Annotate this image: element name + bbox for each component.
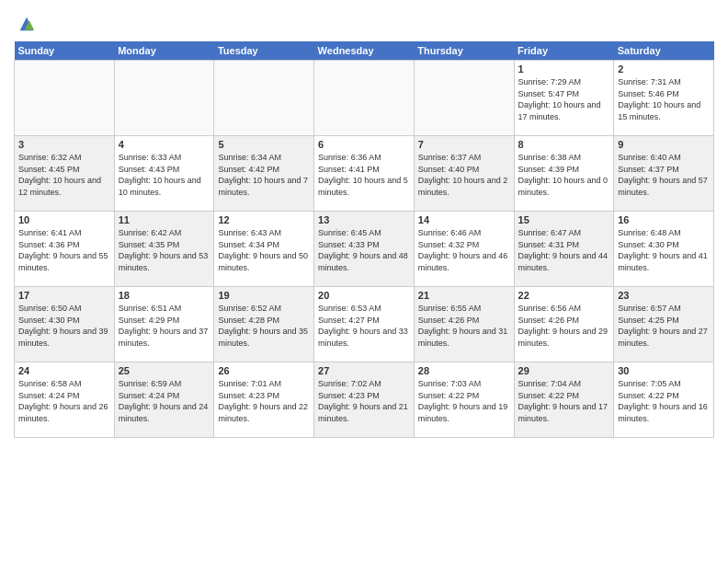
calendar-cell: 18Sunrise: 6:51 AMSunset: 4:29 PMDayligh… — [114, 287, 214, 362]
day-number: 25 — [119, 365, 210, 376]
day-number: 10 — [18, 214, 110, 225]
day-header-tuesday: Tuesday — [214, 41, 314, 61]
day-info: Sunrise: 6:55 AMSunset: 4:26 PMDaylight:… — [418, 303, 510, 349]
day-number: 4 — [119, 139, 210, 150]
calendar-cell — [214, 61, 314, 136]
calendar-cell — [414, 61, 514, 136]
day-number: 6 — [318, 139, 410, 150]
day-info: Sunrise: 7:03 AMSunset: 4:22 PMDaylight:… — [418, 378, 510, 424]
day-header-thursday: Thursday — [414, 41, 514, 61]
day-info: Sunrise: 6:32 AMSunset: 4:45 PMDaylight:… — [18, 152, 110, 198]
calendar-cell: 6Sunrise: 6:36 AMSunset: 4:41 PMDaylight… — [314, 136, 415, 212]
calendar-cell: 19Sunrise: 6:52 AMSunset: 4:28 PMDayligh… — [214, 287, 314, 362]
header — [14, 9, 714, 34]
day-number: 7 — [418, 139, 510, 150]
calendar-table: SundayMondayTuesdayWednesdayThursdayFrid… — [14, 41, 714, 438]
day-number: 16 — [618, 214, 710, 225]
week-row-1: 1Sunrise: 7:29 AMSunset: 5:47 PMDaylight… — [15, 61, 714, 136]
day-info: Sunrise: 6:37 AMSunset: 4:40 PMDaylight:… — [418, 152, 510, 198]
day-info: Sunrise: 6:45 AMSunset: 4:33 PMDaylight:… — [318, 227, 410, 273]
day-number: 18 — [119, 290, 210, 301]
logo-icon — [17, 14, 37, 34]
day-number: 21 — [418, 290, 510, 301]
day-number: 14 — [418, 214, 510, 225]
day-number: 27 — [318, 365, 410, 376]
day-info: Sunrise: 7:31 AMSunset: 5:46 PMDaylight:… — [618, 76, 710, 122]
week-row-3: 10Sunrise: 6:41 AMSunset: 4:36 PMDayligh… — [15, 212, 714, 287]
calendar-cell: 24Sunrise: 6:58 AMSunset: 4:24 PMDayligh… — [15, 362, 115, 438]
day-number: 12 — [218, 214, 310, 225]
calendar-cell — [15, 61, 115, 136]
day-info: Sunrise: 6:40 AMSunset: 4:37 PMDaylight:… — [618, 152, 710, 198]
day-info: Sunrise: 6:50 AMSunset: 4:30 PMDaylight:… — [18, 303, 110, 349]
logo-text — [14, 14, 37, 34]
calendar-cell: 23Sunrise: 6:57 AMSunset: 4:25 PMDayligh… — [614, 287, 714, 362]
calendar-cell: 22Sunrise: 6:56 AMSunset: 4:26 PMDayligh… — [514, 287, 614, 362]
day-header-saturday: Saturday — [614, 41, 714, 61]
day-info: Sunrise: 6:48 AMSunset: 4:30 PMDaylight:… — [618, 227, 710, 273]
day-info: Sunrise: 7:04 AMSunset: 4:22 PMDaylight:… — [518, 378, 610, 424]
day-info: Sunrise: 7:05 AMSunset: 4:22 PMDaylight:… — [618, 378, 710, 424]
day-number: 11 — [119, 214, 210, 225]
day-header-friday: Friday — [514, 41, 614, 61]
day-number: 24 — [18, 365, 110, 376]
day-number: 9 — [618, 139, 710, 150]
day-number: 3 — [18, 139, 110, 150]
day-info: Sunrise: 7:01 AMSunset: 4:23 PMDaylight:… — [218, 378, 310, 424]
day-header-sunday: Sunday — [15, 41, 115, 61]
day-info: Sunrise: 6:33 AMSunset: 4:43 PMDaylight:… — [119, 152, 210, 198]
day-info: Sunrise: 6:53 AMSunset: 4:27 PMDaylight:… — [318, 303, 410, 349]
day-header-monday: Monday — [114, 41, 214, 61]
day-number: 13 — [318, 214, 410, 225]
day-number: 28 — [418, 365, 510, 376]
day-info: Sunrise: 6:41 AMSunset: 4:36 PMDaylight:… — [18, 227, 110, 273]
calendar-cell: 27Sunrise: 7:02 AMSunset: 4:23 PMDayligh… — [314, 362, 415, 438]
day-number: 17 — [18, 290, 110, 301]
header-row: SundayMondayTuesdayWednesdayThursdayFrid… — [15, 41, 714, 61]
week-row-5: 24Sunrise: 6:58 AMSunset: 4:24 PMDayligh… — [15, 362, 714, 438]
day-info: Sunrise: 6:58 AMSunset: 4:24 PMDaylight:… — [18, 378, 110, 424]
week-row-2: 3Sunrise: 6:32 AMSunset: 4:45 PMDaylight… — [15, 136, 714, 212]
day-number: 1 — [518, 63, 610, 75]
calendar-cell: 13Sunrise: 6:45 AMSunset: 4:33 PMDayligh… — [314, 212, 415, 287]
logo — [14, 14, 37, 34]
calendar-cell: 7Sunrise: 6:37 AMSunset: 4:40 PMDaylight… — [414, 136, 514, 212]
calendar-cell: 2Sunrise: 7:31 AMSunset: 5:46 PMDaylight… — [614, 61, 714, 136]
calendar-cell: 11Sunrise: 6:42 AMSunset: 4:35 PMDayligh… — [114, 212, 214, 287]
day-number: 19 — [218, 290, 310, 301]
day-number: 2 — [618, 63, 710, 75]
calendar-cell: 15Sunrise: 6:47 AMSunset: 4:31 PMDayligh… — [514, 212, 614, 287]
day-info: Sunrise: 6:52 AMSunset: 4:28 PMDaylight:… — [218, 303, 310, 349]
calendar-cell: 17Sunrise: 6:50 AMSunset: 4:30 PMDayligh… — [15, 287, 115, 362]
week-row-4: 17Sunrise: 6:50 AMSunset: 4:30 PMDayligh… — [15, 287, 714, 362]
day-header-wednesday: Wednesday — [314, 41, 415, 61]
calendar-cell: 28Sunrise: 7:03 AMSunset: 4:22 PMDayligh… — [414, 362, 514, 438]
day-info: Sunrise: 6:47 AMSunset: 4:31 PMDaylight:… — [518, 227, 610, 273]
day-info: Sunrise: 7:29 AMSunset: 5:47 PMDaylight:… — [518, 76, 610, 122]
day-info: Sunrise: 6:38 AMSunset: 4:39 PMDaylight:… — [518, 152, 610, 198]
day-info: Sunrise: 6:36 AMSunset: 4:41 PMDaylight:… — [318, 152, 410, 198]
day-info: Sunrise: 6:42 AMSunset: 4:35 PMDaylight:… — [119, 227, 210, 273]
calendar-cell: 9Sunrise: 6:40 AMSunset: 4:37 PMDaylight… — [614, 136, 714, 212]
day-info: Sunrise: 6:57 AMSunset: 4:25 PMDaylight:… — [618, 303, 710, 349]
calendar-cell: 29Sunrise: 7:04 AMSunset: 4:22 PMDayligh… — [514, 362, 614, 438]
day-info: Sunrise: 6:34 AMSunset: 4:42 PMDaylight:… — [218, 152, 310, 198]
day-info: Sunrise: 6:43 AMSunset: 4:34 PMDaylight:… — [218, 227, 310, 273]
day-number: 29 — [518, 365, 610, 376]
calendar-cell: 16Sunrise: 6:48 AMSunset: 4:30 PMDayligh… — [614, 212, 714, 287]
calendar-cell: 3Sunrise: 6:32 AMSunset: 4:45 PMDaylight… — [15, 136, 115, 212]
calendar-cell: 10Sunrise: 6:41 AMSunset: 4:36 PMDayligh… — [15, 212, 115, 287]
calendar-cell: 25Sunrise: 6:59 AMSunset: 4:24 PMDayligh… — [114, 362, 214, 438]
day-number: 30 — [618, 365, 710, 376]
calendar-cell: 21Sunrise: 6:55 AMSunset: 4:26 PMDayligh… — [414, 287, 514, 362]
day-number: 5 — [218, 139, 310, 150]
day-number: 8 — [518, 139, 610, 150]
day-number: 22 — [518, 290, 610, 301]
calendar-cell: 12Sunrise: 6:43 AMSunset: 4:34 PMDayligh… — [214, 212, 314, 287]
day-number: 23 — [618, 290, 710, 301]
calendar-cell — [114, 61, 214, 136]
calendar-cell: 8Sunrise: 6:38 AMSunset: 4:39 PMDaylight… — [514, 136, 614, 212]
day-info: Sunrise: 6:46 AMSunset: 4:32 PMDaylight:… — [418, 227, 510, 273]
day-number: 15 — [518, 214, 610, 225]
calendar-cell: 4Sunrise: 6:33 AMSunset: 4:43 PMDaylight… — [114, 136, 214, 212]
